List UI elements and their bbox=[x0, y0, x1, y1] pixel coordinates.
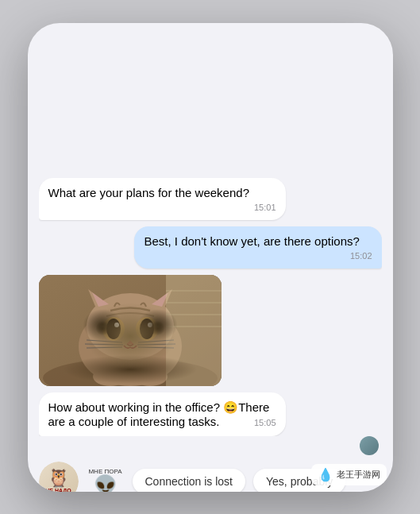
svg-point-11 bbox=[106, 319, 121, 339]
svg-line-16 bbox=[87, 340, 122, 342]
message-time-2: 15:02 bbox=[350, 251, 372, 261]
message-outgoing-2: Best, I don't know yet, are there option… bbox=[134, 226, 381, 269]
svg-line-20 bbox=[137, 344, 175, 345]
message-incoming-4: How about working in the office? 😄There … bbox=[39, 392, 286, 436]
phone-container: What are your plans for the weekend? 15:… bbox=[28, 23, 393, 492]
svg-line-17 bbox=[85, 344, 123, 345]
svg-line-19 bbox=[138, 340, 174, 342]
svg-point-12 bbox=[140, 319, 154, 339]
svg-rect-1 bbox=[39, 275, 222, 386]
svg-marker-5 bbox=[88, 289, 109, 308]
alien-icon: 👽 bbox=[94, 476, 118, 492]
owl-label: НЕ НАДО bbox=[45, 488, 71, 492]
chat-area: What are your plans for the weekend? 15:… bbox=[28, 23, 393, 436]
suggestion-connection-lost[interactable]: Connection is lost bbox=[133, 469, 246, 492]
message-time-1: 15:01 bbox=[254, 203, 276, 212]
svg-point-22 bbox=[93, 367, 128, 386]
message-text-2: Best, I don't know yet, are there option… bbox=[144, 234, 359, 248]
avatar bbox=[360, 436, 379, 455]
message-incoming-1: What are your plans for the weekend? 15:… bbox=[39, 178, 286, 220]
svg-point-9 bbox=[102, 317, 125, 341]
svg-marker-7 bbox=[152, 289, 172, 308]
svg-point-10 bbox=[136, 317, 158, 341]
svg-point-2 bbox=[43, 358, 218, 386]
svg-marker-6 bbox=[92, 292, 109, 307]
message-time-4: 15:05 bbox=[254, 418, 276, 427]
watermark-droplet-icon: 💧 bbox=[318, 467, 333, 482]
watermark: 💧 老王手游网 bbox=[311, 464, 387, 485]
svg-point-14 bbox=[148, 323, 152, 327]
alien-sticker: МНЕ ПОРА 👽 bbox=[87, 462, 125, 492]
cat-svg bbox=[39, 275, 222, 386]
svg-line-21 bbox=[138, 347, 174, 348]
svg-point-13 bbox=[114, 323, 119, 327]
svg-line-18 bbox=[87, 347, 122, 348]
svg-point-4 bbox=[87, 293, 174, 360]
svg-rect-0 bbox=[39, 275, 222, 386]
owl-icon: 🦉 bbox=[48, 470, 69, 487]
watermark-text: 老王手游网 bbox=[337, 469, 380, 481]
svg-point-23 bbox=[133, 367, 168, 386]
message-image-3 bbox=[39, 275, 222, 386]
cat-photo bbox=[39, 275, 222, 386]
owl-sticker: 🦉 НЕ НАДО bbox=[39, 462, 79, 492]
svg-point-3 bbox=[79, 307, 182, 386]
svg-marker-8 bbox=[152, 292, 168, 307]
svg-rect-24 bbox=[166, 275, 222, 386]
message-text-4: How about working in the office? 😄There … bbox=[48, 400, 270, 428]
svg-marker-15 bbox=[127, 340, 133, 344]
messages-wrapper: What are your plans for the weekend? 15:… bbox=[39, 36, 382, 436]
message-text-1: What are your plans for the weekend? bbox=[48, 186, 249, 199]
